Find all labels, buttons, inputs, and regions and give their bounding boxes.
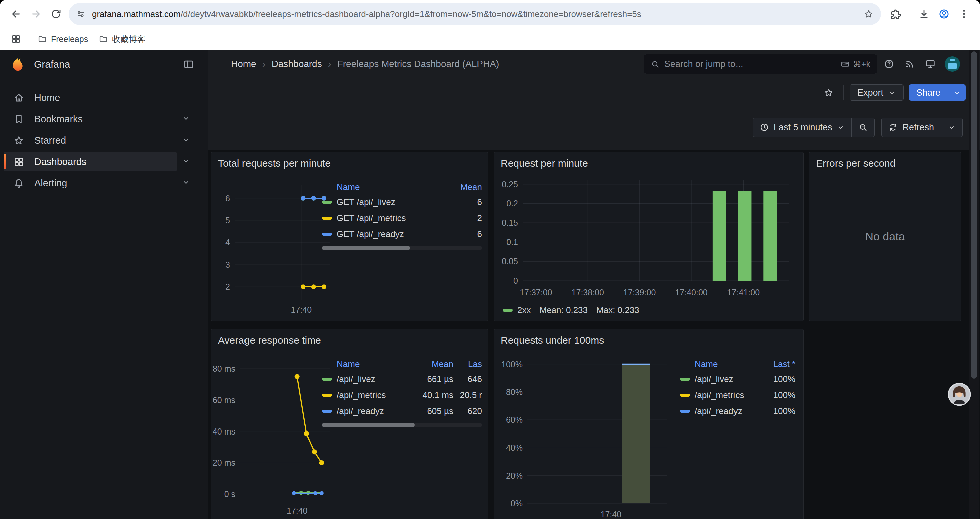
svg-text:3: 3 (226, 260, 230, 269)
legend-column-header[interactable]: Name (322, 359, 403, 369)
legend-row[interactable]: /api/_metrics40.1 ms20.5 r (322, 387, 482, 404)
refresh-interval-button[interactable] (941, 118, 963, 137)
share-button[interactable]: Share (909, 85, 948, 101)
sidebar-item-label: Alerting (34, 178, 67, 189)
legend-row[interactable]: GET /api/_livez6 (322, 194, 482, 211)
sidebar: Grafana Home Bookmarks (0, 50, 208, 519)
legend-row[interactable]: /api/_livez661 µs646 (322, 371, 482, 387)
panel-title[interactable]: Average response time (218, 335, 321, 346)
series-name[interactable]: GET /api/_readyz (337, 229, 404, 240)
sidebar-toggle-icon[interactable] (181, 56, 197, 72)
downloads-button[interactable] (914, 4, 934, 24)
help-icon[interactable] (880, 55, 898, 73)
panel-average-response-time: Average response time 80 ms60 ms40 ms20 … (211, 329, 488, 519)
line-chart: 6543217:40 (213, 174, 334, 316)
panel-requests-under-100ms: Requests under 100ms 100%80%60%40%20%0%1… (494, 329, 803, 519)
sidebar-item-home[interactable]: Home (4, 88, 177, 107)
panel-title[interactable]: Request per minute (501, 158, 588, 169)
chevron-down-icon[interactable] (182, 156, 191, 167)
grafana-topnav: Home › Dashboards › Freeleaps Metrics Da… (208, 50, 980, 78)
legend-row[interactable]: /api/_readyz605 µs620 (322, 404, 482, 420)
panel-title[interactable]: Requests under 100ms (501, 335, 604, 346)
legend-row[interactable]: /api/_metrics100% (680, 387, 795, 404)
panel-legend: NameLast */api/_livez100%/api/_metrics10… (680, 357, 795, 420)
browser-menu-button[interactable] (954, 4, 974, 24)
series-name[interactable]: GET /api/_metrics (337, 213, 406, 224)
panel-legend: NameMeanLas/api/_livez661 µs646/api/_met… (322, 357, 482, 428)
panel-request-per-minute: Request per minute 0.250.20.150.10.05017… (494, 152, 803, 321)
svg-text:0%: 0% (511, 498, 523, 508)
dashboard-canvas: Total requests per minute 6543217:40 Nam… (208, 150, 980, 519)
series-color-dash (322, 410, 332, 413)
legend-row[interactable]: GET /api/_readyz6 (322, 227, 482, 243)
user-avatar[interactable] (945, 56, 960, 72)
back-button[interactable] (6, 4, 26, 24)
browser-profile-button[interactable] (934, 4, 954, 24)
monitor-icon[interactable] (921, 55, 939, 73)
legend-column-header[interactable]: Last * (759, 359, 795, 369)
legend-column-header[interactable]: Name (680, 359, 759, 369)
search-input[interactable] (665, 59, 836, 69)
series-name[interactable]: /api/_readyz (337, 406, 384, 417)
url-bar[interactable]: grafana.mathmast.com/d/deytv4rwavabkb/fr… (69, 3, 881, 25)
legend-value: 646 (453, 374, 482, 385)
legend-column-header[interactable]: Las (453, 359, 482, 369)
chevron-down-icon[interactable] (182, 114, 191, 124)
legend-row[interactable]: /api/_readyz100% (680, 404, 795, 420)
page-scrollbar[interactable] (969, 50, 978, 519)
sidebar-row-home: Home (0, 87, 208, 108)
news-rss-icon[interactable] (900, 55, 919, 73)
share-split-button: Share (909, 85, 966, 101)
forward-button[interactable] (26, 4, 46, 24)
bookmark-star-icon[interactable] (864, 9, 873, 19)
sidebar-item-dashboards[interactable]: Dashboards (4, 152, 177, 171)
legend-scrollbar[interactable] (322, 246, 482, 251)
favorite-star-icon[interactable] (820, 85, 837, 101)
search-box[interactable]: ⌘+k (644, 54, 877, 74)
sidebar-item-starred[interactable]: Starred (4, 131, 177, 150)
reload-button[interactable] (46, 4, 66, 24)
legend-row[interactable]: /api/_livez100% (680, 371, 795, 387)
bookmark-folder-blogs[interactable]: 收藏博客 (94, 31, 151, 48)
sidebar-item-alerting[interactable]: Alerting (4, 173, 177, 193)
site-settings-icon[interactable] (76, 9, 86, 19)
legend-row[interactable]: GET /api/_metrics2 (322, 211, 482, 227)
legend-column-header[interactable]: Name (322, 182, 445, 192)
page-scrollbar-thumb[interactable] (971, 51, 977, 379)
apps-grid-icon[interactable] (8, 31, 24, 47)
legend-scrollbar-thumb[interactable] (322, 246, 410, 251)
panel-title[interactable]: Errors per second (816, 158, 895, 169)
sidebar-item-bookmarks[interactable]: Bookmarks (4, 109, 177, 129)
series-name[interactable]: GET /api/_livez (337, 197, 395, 208)
refresh-button[interactable]: Refresh (881, 118, 941, 137)
chevron-down-icon[interactable] (182, 178, 191, 188)
legend-scrollbar[interactable] (322, 423, 482, 428)
svg-text:17:39:00: 17:39:00 (624, 287, 656, 297)
legend-column-header[interactable]: Mean (403, 359, 453, 369)
floating-assistant-avatar[interactable] (948, 383, 971, 406)
series-name[interactable]: /api/_readyz (695, 406, 742, 417)
panel-legend: 2xx Mean: 0.233 Max: 0.233 (503, 305, 640, 315)
legend-scrollbar-thumb[interactable] (322, 423, 415, 428)
share-menu-button[interactable] (948, 85, 966, 101)
breadcrumb-home[interactable]: Home (231, 59, 256, 69)
bookmark-folder-freeleaps[interactable]: Freeleaps (32, 32, 94, 47)
panel-title[interactable]: Total requests per minute (218, 158, 331, 169)
export-button[interactable]: Export (850, 85, 904, 101)
svg-text:17:40:00: 17:40:00 (675, 287, 708, 297)
legend-column-header[interactable]: Mean (445, 182, 482, 192)
extensions-button[interactable] (886, 4, 905, 24)
breadcrumb-dashboards[interactable]: Dashboards (272, 59, 322, 69)
zoom-out-icon (858, 123, 868, 132)
series-name[interactable]: /api/_livez (337, 374, 375, 385)
dashboard-actions: Export Share (820, 85, 966, 101)
time-range-picker[interactable]: Last 5 minutes (753, 118, 851, 137)
legend-mean-stat: Mean: 0.233 (539, 305, 588, 315)
legend-series-label[interactable]: 2xx (517, 305, 531, 315)
series-name[interactable]: /api/_livez (695, 374, 733, 385)
series-name[interactable]: /api/_metrics (695, 390, 744, 401)
zoom-out-button[interactable] (851, 118, 874, 137)
chevron-down-icon[interactable] (182, 135, 191, 145)
series-name[interactable]: /api/_metrics (337, 390, 386, 401)
grafana-logo[interactable] (10, 57, 25, 72)
